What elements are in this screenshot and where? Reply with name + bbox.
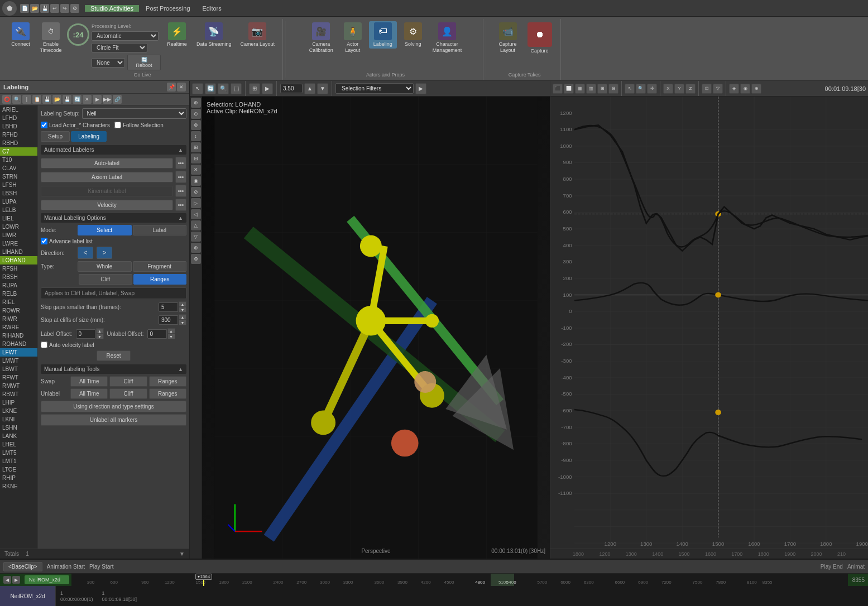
tool-icon-7[interactable]: 💾 (63, 95, 71, 104)
actor-item-lowr[interactable]: LOWR (0, 223, 37, 231)
tool-icon-9[interactable]: ✕ (83, 95, 92, 104)
actor-item-lfsh[interactable]: LFSH (0, 181, 37, 189)
reset-btn[interactable]: Reset (97, 350, 130, 361)
actor-item-riel[interactable]: RIEL (0, 298, 37, 306)
actor-item-rkne[interactable]: RKNE (0, 482, 37, 490)
ribbon-capture-layout[interactable]: 📹 CaptureLayout (494, 21, 522, 55)
unlabel-all-markers-btn[interactable]: Unlabel all markers (41, 414, 186, 426)
ribbon-enable-timecode[interactable]: ⏱ EnableTimecode (37, 21, 65, 55)
using-direction-btn[interactable]: Using direction and type settings (41, 401, 186, 412)
skip-gaps-down[interactable]: ▼ (179, 307, 186, 312)
unlabel-offset-input[interactable] (147, 329, 167, 339)
actor-item-rwre[interactable]: RWRE (0, 323, 37, 331)
vp-side-icon-4[interactable]: ↕ (191, 131, 201, 141)
actor-item-riwr[interactable]: RIWR (0, 315, 37, 323)
vp-icon-move[interactable]: ↖ (192, 83, 203, 94)
actor-item-liel[interactable]: LIEL (0, 214, 37, 223)
graph-icon-1[interactable]: ⬛ (553, 84, 563, 94)
auto-label-btn[interactable]: Auto-label (41, 158, 173, 169)
vp-side-icon-3[interactable]: ⊗ (191, 120, 201, 130)
manual-tools-collapse[interactable]: ▲ (178, 367, 183, 372)
graph-icon-4[interactable]: ▥ (586, 84, 596, 94)
timeline-prev-btn[interactable]: ◀ (3, 576, 11, 584)
ribbon-data-streaming[interactable]: 📡 Data Streaming (193, 21, 235, 49)
actor-item-lank[interactable]: LANK (0, 432, 37, 440)
clip-selector[interactable]: NeilROM_x2d (0, 586, 56, 606)
tool-icon-6[interactable]: 📂 (52, 95, 61, 104)
graph-icon-fit[interactable]: ⊡ (702, 84, 712, 94)
tab-labeling[interactable]: Labeling (71, 131, 107, 142)
graph-icon-2[interactable]: ⬜ (564, 84, 574, 94)
stop-cliffs-input[interactable] (159, 315, 178, 325)
actor-item-rfsh[interactable]: RFSH (0, 264, 37, 273)
vp-side-icon-9[interactable]: ⊘ (191, 187, 201, 197)
actor-item-ltoe[interactable]: LTOE (0, 465, 37, 474)
graph-icon-y[interactable]: Y (674, 84, 684, 94)
vp-side-icon-2[interactable]: ⊙ (191, 109, 201, 119)
3d-viewport[interactable]: Selection: LOHAND Active Clip: NeilROM_x… (202, 97, 550, 559)
type-whole-btn[interactable]: Whole (78, 261, 132, 272)
vp-side-icon-7[interactable]: ✕ (191, 165, 201, 175)
reboot-btn[interactable]: 🔄 Reboot (127, 55, 161, 70)
type-ranges-btn[interactable]: Ranges (133, 274, 187, 285)
panel-icon-2[interactable]: ✕ (177, 83, 186, 92)
swap-cliff-btn[interactable]: Cliff (109, 376, 147, 387)
manual-options-collapse[interactable]: ▲ (178, 215, 183, 221)
ribbon-capture[interactable]: ⏺ Capture (524, 21, 555, 55)
unlabel-offset-down[interactable]: ▼ (167, 334, 175, 339)
graph-icon-extra3[interactable]: ⊕ (751, 84, 761, 94)
actor-item-lbwt[interactable]: LBWT (0, 365, 37, 373)
actor-item-c7[interactable]: C7 (0, 147, 37, 156)
actor-item-rmwt[interactable]: RMWT (0, 382, 37, 390)
follow-selection-checkbox[interactable]: Follow Selection (114, 122, 164, 128)
velocity-btn[interactable]: Velocity (41, 200, 173, 210)
actor-item-rohand[interactable]: ROHAND (0, 340, 37, 348)
vp-icon-select[interactable]: ⬚ (231, 83, 242, 94)
panel-icon-1[interactable]: 📌 (167, 83, 176, 92)
vp-icon-play[interactable]: ▶ (262, 83, 273, 94)
auto-velocity-checkbox[interactable]: Auto velocity label (41, 342, 94, 348)
type-cliff-btn[interactable]: Cliff (79, 274, 132, 285)
actor-item-rihand[interactable]: RIHAND (0, 331, 37, 340)
graph-icon-extra2[interactable]: ◉ (740, 84, 750, 94)
unlabel-all-time-btn[interactable]: All Time (70, 388, 108, 399)
tool-icon-3[interactable]: | (22, 95, 31, 104)
axiom-label-btn[interactable]: Axiom Label (41, 172, 173, 182)
ribbon-labeling[interactable]: 🏷 Labeling (369, 21, 397, 49)
swap-ranges-btn[interactable]: Ranges (149, 376, 186, 387)
ribbon-realtime[interactable]: ⚡ Realtime (163, 21, 191, 49)
scroll-indicator[interactable]: ▼ (179, 551, 185, 557)
ribbon-character-management[interactable]: 👤 CharacterManagement (429, 21, 466, 55)
ribbon-camera-layout[interactable]: 📷 Camera Layout (237, 21, 279, 49)
actor-item-lbsh[interactable]: LBSH (0, 189, 37, 198)
actor-item-lkni[interactable]: LKNI (0, 415, 37, 424)
save-icon[interactable]: 💾 (40, 4, 49, 13)
axiom-label-dots[interactable]: ••• (175, 171, 186, 183)
label-offset-input[interactable] (76, 329, 95, 339)
actor-item-rbwt[interactable]: RBWT (0, 390, 37, 398)
graph-icon-x[interactable]: X (663, 84, 673, 94)
tool-icon-5[interactable]: 💾 (42, 95, 51, 104)
actor-item-lihand[interactable]: LIHAND (0, 248, 37, 256)
dir-fwd-btn[interactable]: > (97, 247, 112, 259)
tool-icon-12[interactable]: 🔗 (113, 95, 122, 104)
graph-icon-move[interactable]: ✛ (647, 84, 657, 94)
automated-labelers-collapse[interactable]: ▲ (178, 147, 183, 153)
circle-fit-dropdown[interactable]: Circle Fit (92, 43, 147, 52)
unlabel-ranges-btn[interactable]: Ranges (149, 388, 186, 399)
vp-side-icon-13[interactable]: ▽ (191, 232, 201, 242)
speed-up[interactable]: ▲ (304, 83, 315, 94)
graph-icon-zoom[interactable]: 🔍 (636, 84, 646, 94)
ribbon-actor-layout[interactable]: 🧍 ActorLayout (339, 21, 367, 55)
label-offset-down[interactable]: ▼ (96, 334, 104, 339)
skip-gaps-input[interactable] (159, 302, 178, 312)
actor-item-rbhd[interactable]: RBHD (0, 139, 37, 147)
tool-icon-1[interactable]: ⭕ (2, 95, 11, 104)
actor-item-lkne[interactable]: LKNE (0, 407, 37, 415)
graph-icon-5[interactable]: ⊞ (597, 84, 607, 94)
menu-editors[interactable]: Editors (197, 5, 227, 12)
tool-icon-11[interactable]: ▶▶ (103, 95, 112, 104)
graph-icon-cursor[interactable]: ↖ (625, 84, 635, 94)
actor-item-rupa[interactable]: RUPA (0, 281, 37, 290)
actor-item-rbsh[interactable]: RBSH (0, 273, 37, 281)
